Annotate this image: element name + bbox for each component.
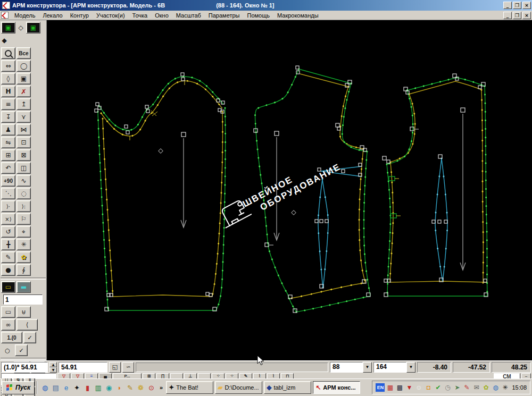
strip-pi[interactable]: ∏ bbox=[156, 373, 169, 378]
measure-value-field[interactable]: 54.91 bbox=[59, 362, 107, 373]
close-button[interactable]: × bbox=[522, 2, 531, 9]
circle-points-tool[interactable]: ◌ bbox=[16, 188, 31, 199]
child-restore-button[interactable]: ❐ bbox=[513, 12, 521, 19]
language-indicator[interactable]: EN bbox=[376, 383, 385, 392]
strip-b2[interactable]: ⊥ bbox=[184, 373, 197, 378]
list-tool[interactable]: ≡ bbox=[1, 98, 15, 110]
pages-tool[interactable]: ◫ bbox=[16, 162, 31, 174]
ql-cd[interactable]: ◉ bbox=[104, 382, 114, 393]
maximize-button[interactable]: ❐ bbox=[513, 2, 521, 9]
strip-b9[interactable]: ⊓ bbox=[281, 373, 294, 378]
pen-tool[interactable]: ✎ bbox=[1, 251, 15, 263]
curve-measure-button[interactable]: ∽ bbox=[122, 362, 134, 373]
tray-flower[interactable]: ✿ bbox=[481, 383, 490, 392]
point-up-tool[interactable]: ↥ bbox=[16, 98, 31, 110]
delete-tool[interactable]: ✗ bbox=[16, 86, 31, 97]
show-all-button[interactable]: Все bbox=[16, 47, 31, 59]
tray-dark-grid[interactable]: ▩ bbox=[395, 383, 404, 392]
menu-Окно[interactable]: Окно bbox=[151, 12, 172, 19]
ql-car[interactable]: ⊙ bbox=[146, 382, 156, 393]
horizontal-scrollbar[interactable] bbox=[136, 363, 328, 372]
check-left[interactable]: ✓ bbox=[23, 332, 36, 343]
task-arm[interactable]: ↖АРМ конс... bbox=[313, 381, 360, 394]
ql-media[interactable]: ◍ bbox=[40, 382, 50, 393]
square-in-square-tool[interactable]: ▣ bbox=[16, 73, 31, 85]
h-tool[interactable]: H bbox=[1, 86, 15, 97]
brace-tool[interactable]: ⟨ bbox=[16, 319, 38, 331]
solid-body-swatch[interactable]: ▣ bbox=[26, 22, 40, 33]
ql-dog[interactable]: ❁ bbox=[136, 382, 146, 393]
size-dropdown-arrow[interactable]: ▼ bbox=[363, 362, 372, 373]
mode-small-diamond[interactable]: ◆ bbox=[1, 35, 7, 46]
curve-point-tool[interactable]: ⟩· bbox=[1, 200, 15, 212]
menu-Лекало[interactable]: Лекало bbox=[39, 12, 66, 19]
pattern-piece-front[interactable] bbox=[383, 74, 488, 297]
tray-red-app[interactable]: ▦ bbox=[386, 383, 394, 392]
flip-tool[interactable]: ⇋ bbox=[1, 137, 15, 148]
radio-middle[interactable]: ○ bbox=[1, 344, 14, 356]
hook-tool[interactable]: ∮ bbox=[16, 264, 31, 276]
tray-spider[interactable]: ✳ bbox=[501, 383, 509, 392]
chain-tool[interactable]: ∞ bbox=[1, 319, 15, 331]
title-bar[interactable]: АРМ конструктора - [АРМ конструктора. Мо… bbox=[0, 0, 532, 11]
plumb-tool[interactable]: ♟ bbox=[1, 124, 15, 136]
corner-copy-tool[interactable]: ⊠ bbox=[16, 149, 31, 161]
strip-print[interactable]: ▄ bbox=[99, 373, 112, 378]
menu-Модель[interactable]: Модель bbox=[11, 12, 39, 19]
menu-Масштаб[interactable]: Масштаб bbox=[172, 12, 205, 19]
units-dropdown[interactable]: СМ bbox=[494, 373, 520, 378]
start-button[interactable]: Пуск bbox=[2, 381, 35, 394]
ql-ie[interactable]: e bbox=[61, 382, 71, 393]
pin-tool[interactable]: ⚐ bbox=[16, 213, 31, 225]
strip-b7[interactable]: ⌇ bbox=[253, 373, 266, 378]
tray-mail[interactable]: ✉ bbox=[472, 383, 480, 392]
height-combo[interactable]: 164 ▼ bbox=[373, 362, 415, 373]
tray-antivirus[interactable]: ✔ bbox=[434, 383, 442, 392]
task-thebat[interactable]: ✦The Bat! bbox=[166, 381, 213, 394]
snap-point-tool[interactable]: ⌖ bbox=[16, 226, 31, 238]
undo-tool[interactable]: ↺ bbox=[1, 226, 15, 238]
copy-overlap-tool[interactable]: ⊡ bbox=[16, 137, 31, 148]
tray-ribbon[interactable]: ▼ bbox=[405, 383, 413, 392]
check-right[interactable]: ✓ bbox=[15, 344, 28, 356]
zoom-spinner[interactable]: ▲▼ bbox=[49, 362, 57, 373]
zoom-tool[interactable] bbox=[1, 47, 15, 59]
task-tablizm[interactable]: ◆tabl_izm bbox=[264, 381, 311, 394]
strip-lines-blue[interactable]: ≡ bbox=[85, 373, 98, 378]
active-contour-swatch[interactable]: ▣ bbox=[1, 22, 15, 33]
pattern-piece-sleeve[interactable] bbox=[95, 73, 226, 311]
menu-Помощь[interactable]: Помощь bbox=[243, 12, 273, 19]
contour-color-swatch[interactable]: ▭ bbox=[1, 281, 15, 293]
strip-b1[interactable] bbox=[170, 373, 183, 378]
tray-sync[interactable]: ➤ bbox=[453, 383, 461, 392]
scale-1-0-button[interactable]: 1.(0 bbox=[1, 332, 22, 343]
child-window-icon[interactable] bbox=[1, 12, 9, 19]
rounded-rect-tool[interactable]: ▭ bbox=[1, 306, 15, 318]
tray-clock-util[interactable]: ◷ bbox=[443, 383, 452, 392]
copy-measure-button[interactable]: ◱ bbox=[109, 362, 121, 373]
delete-point-tool[interactable]: ×⟩ bbox=[1, 213, 15, 225]
task-explorer[interactable]: ▰D:\Docume... bbox=[215, 381, 262, 394]
strip-filter-red-1[interactable]: ▽ bbox=[57, 373, 70, 378]
child-close-button[interactable]: × bbox=[522, 12, 531, 19]
fill-color-swatch[interactable]: ▬ bbox=[16, 281, 31, 293]
ql-floppy[interactable]: ▮ bbox=[82, 382, 93, 393]
pattern-canvas[interactable]: ШВЕЙНОЕ ОБОРУДОВАНИЕ bbox=[47, 20, 532, 360]
oval-tool[interactable]: ◊ bbox=[1, 73, 15, 85]
front-handles[interactable] bbox=[383, 74, 488, 297]
tray-pen[interactable]: ✎ bbox=[462, 383, 471, 392]
fit-width-button[interactable]: ⇔ bbox=[1, 60, 15, 72]
menu-Параметры[interactable]: Параметры bbox=[205, 12, 244, 19]
sleeve-handles[interactable] bbox=[95, 73, 225, 311]
minimize-button[interactable]: _ bbox=[503, 2, 512, 9]
height-dropdown-arrow[interactable]: ▼ bbox=[406, 362, 415, 373]
tray-smiley[interactable]: ☺ bbox=[414, 383, 423, 392]
rotate-90-button[interactable]: +90 bbox=[1, 175, 15, 187]
quick-launch-overflow[interactable]: » bbox=[159, 384, 164, 391]
bee-button[interactable]: ✿ bbox=[16, 251, 31, 263]
move-tool[interactable]: ╋ bbox=[1, 239, 15, 250]
curve-point2-tool[interactable]: ⟩: bbox=[16, 200, 31, 212]
strip-filter-red-2[interactable]: ▽ bbox=[71, 373, 84, 378]
strip-b3[interactable] bbox=[198, 373, 211, 378]
strip-r-combo[interactable]: Р... bbox=[113, 373, 142, 378]
